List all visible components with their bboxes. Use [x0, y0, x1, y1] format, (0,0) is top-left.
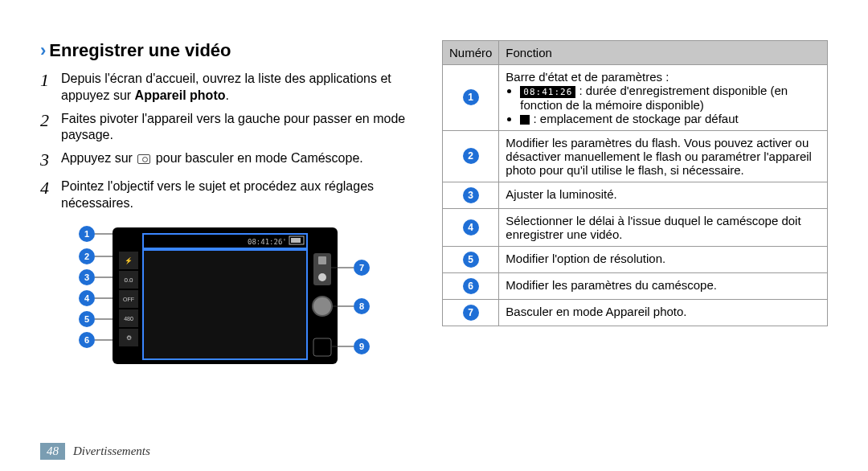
callout-2: 2 [463, 148, 479, 164]
duration-lcd-icon: 08:41:26 [520, 86, 575, 98]
row1-bullet-1: 08:41:26 : durée d'enregistrement dispon… [520, 84, 821, 112]
table-row: 6 Modifier les paramètres du caméscope. [443, 272, 828, 299]
svg-text:OFF: OFF [123, 297, 134, 302]
table-row: 3 Ajuster la luminosité. [443, 182, 828, 208]
table-row: 7 Basculer en mode Appareil photo. [443, 299, 828, 326]
svg-text:6: 6 [84, 335, 89, 345]
svg-text:⚡: ⚡ [125, 256, 133, 264]
svg-text:4: 4 [84, 293, 90, 303]
cell-body: Barre d'état et de paramètres : 08:41:26… [499, 65, 828, 131]
table-header-row: Numéro Fonction [443, 41, 828, 65]
svg-rect-23 [291, 238, 301, 243]
svg-text:1: 1 [84, 229, 89, 239]
callout-1: 1 [463, 89, 479, 105]
chevron-icon: › [40, 40, 46, 60]
table-row: 1 Barre d'état et de paramètres : 08:41:… [443, 65, 828, 131]
section-title-text: Enregistrer une vidéo [49, 40, 231, 60]
svg-text:⚙: ⚙ [126, 334, 132, 342]
callout-6: 6 [463, 278, 479, 294]
table-row: 2 Modifier les paramètres du flash. Vous… [443, 130, 828, 182]
page-number: 48 [40, 443, 65, 460]
svg-text:8: 8 [359, 301, 364, 311]
step-1: 1 Depuis l'écran d'accueil, ouvrez la li… [40, 69, 410, 104]
svg-text:2: 2 [84, 252, 89, 261]
callout-5: 5 [463, 252, 479, 268]
step-number: 2 [40, 109, 61, 145]
cell-body: Modifier les paramètres du flash. Vous p… [499, 130, 828, 182]
step-3: 3 Appuyez sur pour basculer en mode Camé… [40, 149, 410, 172]
svg-point-38 [313, 297, 332, 316]
th-fonction: Fonction [499, 41, 828, 65]
svg-rect-24 [143, 250, 307, 359]
function-table: Numéro Fonction 1 Barre d'état et de par… [442, 40, 828, 326]
camera-icon [137, 154, 150, 164]
svg-text:9: 9 [359, 342, 364, 351]
callout-7: 7 [463, 305, 479, 321]
svg-point-37 [318, 273, 326, 281]
table-row: 4 Sélectionner le délai à l'issue duquel… [443, 208, 828, 246]
step-4: 4 Pointez l'objectif vers le sujet et pr… [40, 177, 410, 212]
cell-body: Basculer en mode Appareil photo. [499, 299, 828, 326]
step-body: Pointez l'objectif vers le sujet et proc… [61, 177, 410, 212]
svg-rect-39 [313, 338, 331, 356]
svg-text:480: 480 [124, 316, 133, 322]
step-number: 1 [40, 69, 61, 104]
diagram-svg: 1 2 3 4 5 6 08:41:26' [72, 219, 378, 372]
callout-4: 4 [463, 219, 479, 236]
page-footer: 48 Divertissements [40, 443, 150, 460]
row1-bullet-2: : emplacement de stockage par défaut [520, 112, 821, 125]
section-title: ›Enregistrer une vidéo [40, 40, 410, 61]
cell-body: Ajuster la luminosité. [499, 182, 828, 208]
camcorder-diagram: 1 2 3 4 5 6 08:41:26' [40, 219, 410, 372]
step-body: Depuis l'écran d'accueil, ouvrez la list… [61, 69, 410, 104]
callout-3: 3 [463, 187, 479, 203]
svg-text:7: 7 [359, 263, 364, 272]
svg-rect-36 [318, 256, 326, 264]
step-body: Appuyez sur pour basculer en mode Camésc… [61, 149, 410, 172]
cell-body: Sélectionner le délai à l'issue duquel l… [499, 208, 828, 246]
svg-text:08:41:26': 08:41:26' [248, 238, 287, 246]
th-numero: Numéro [443, 41, 499, 65]
table-row: 5 Modifier l'option de résolution. [443, 246, 828, 272]
chapter-name: Divertissements [73, 444, 150, 458]
svg-text:5: 5 [84, 314, 89, 324]
row1-intro: Barre d'état et de paramètres : [506, 70, 669, 84]
step-number: 4 [40, 177, 61, 212]
svg-text:0.0: 0.0 [124, 276, 133, 284]
step-2: 2 Faites pivoter l'appareil vers la gauc… [40, 109, 410, 145]
step-number: 3 [40, 149, 61, 172]
svg-text:3: 3 [84, 272, 89, 282]
cell-body: Modifier l'option de résolution. [499, 246, 828, 272]
cell-body: Modifier les paramètres du caméscope. [499, 272, 828, 299]
step-body: Faites pivoter l'appareil vers la gauche… [61, 109, 410, 145]
storage-icon [520, 115, 530, 125]
